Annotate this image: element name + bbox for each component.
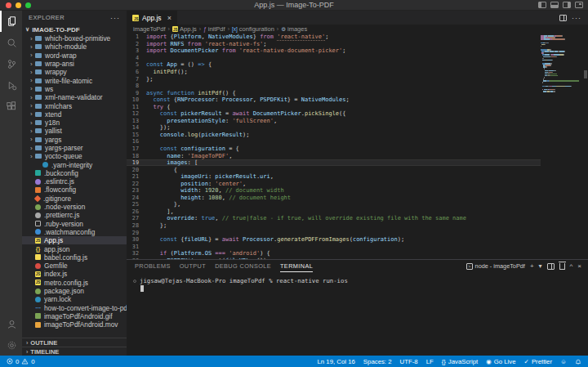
new-terminal-icon[interactable]: + — [530, 262, 534, 270]
tree-item[interactable]: ›write-file-atomic — [22, 76, 127, 84]
run-debug-icon[interactable] — [0, 74, 22, 96]
line-number: 30 — [127, 236, 146, 243]
kill-terminal-icon[interactable] — [559, 263, 565, 270]
notifications-bell-icon[interactable] — [575, 358, 581, 365]
tree-item[interactable]: ›y18n — [22, 119, 127, 127]
editor-scrollbar[interactable] — [583, 34, 588, 259]
tree-item[interactable]: JSmetro.config.js — [22, 279, 127, 287]
panel-tab-terminal[interactable]: TERMINAL — [280, 260, 313, 272]
line-number: 31 — [127, 244, 146, 250]
terminal-selector[interactable]: > node - imageToPdf — [466, 262, 525, 270]
tree-item[interactable]: .watchmanconfig — [22, 228, 127, 236]
status-item-ln-19-col-16[interactable]: Ln 19, Col 16 — [317, 358, 354, 365]
tree-item[interactable]: .ruby-version — [22, 220, 127, 228]
zoom-window-icon[interactable] — [25, 2, 31, 8]
folder-icon — [35, 78, 42, 83]
tree-item[interactable]: {}app.json — [22, 244, 127, 253]
tree-item[interactable]: imageToPdfAndroid.mov — [22, 320, 127, 329]
maximize-panel-icon[interactable]: ^ — [570, 262, 573, 270]
tree-item[interactable]: yarn.lock — [22, 295, 127, 303]
panel-tab-debug-console[interactable]: DEBUG CONSOLE — [215, 260, 271, 272]
panel-tab-output[interactable]: OUTPUT — [180, 260, 206, 272]
breadcrumb-item[interactable]: JSApp.js — [172, 25, 197, 33]
close-tab-icon[interactable]: × — [167, 14, 172, 22]
tree-item[interactable]: ›word-wrap — [22, 51, 127, 60]
tree-item[interactable]: JSindex.js — [22, 270, 127, 278]
code-token — [146, 153, 167, 159]
tree-item[interactable]: imageToPdfAndroid.gif — [22, 312, 127, 320]
tree-item[interactable]: .buckconfig — [22, 169, 127, 177]
tree-item[interactable]: ›yargs — [22, 136, 127, 144]
code-token: const — [160, 110, 180, 117]
tree-item[interactable]: ›xtend — [22, 110, 127, 119]
search-icon[interactable] — [0, 32, 22, 53]
line-number: 2 — [127, 41, 146, 47]
tree-item[interactable]: .flowconfig — [22, 186, 127, 194]
source-control-icon[interactable] — [0, 53, 22, 74]
code-token: , — [222, 195, 229, 201]
toggle-secondary-sidebar-icon[interactable] — [563, 2, 571, 8]
code-editor[interactable]: 1import {Platform, NativeModules} from '… — [127, 34, 588, 259]
terminal[interactable]: jigsaw@Tejas-MacBook-Pro imageToPdf % re… — [127, 272, 588, 356]
status-item-prettier[interactable]: ✓Prettier — [524, 358, 552, 365]
tree-item[interactable]: .prettierrc.js — [22, 211, 127, 219]
tab-app-js[interactable]: JS App.js × — [127, 11, 177, 25]
problems-indicator[interactable]: 0 0 — [7, 358, 35, 365]
panel-tab-problems[interactable]: PROBLEMS — [135, 260, 171, 272]
tree-item[interactable]: .node-version — [22, 203, 127, 211]
minimap-token — [556, 56, 557, 58]
sidebar-section-outline[interactable]: ›OUTLINE — [22, 338, 127, 347]
account-icon[interactable] — [0, 313, 22, 334]
tree-item[interactable]: ›yallist — [22, 127, 127, 135]
breadcrumb-item[interactable]: ⚙images — [281, 25, 307, 33]
tree-item[interactable]: ›yocto-queue — [22, 152, 127, 160]
editor-more-actions-icon[interactable]: ··· — [572, 14, 581, 22]
sidebar-section-timeline[interactable]: ›TIMELINE — [22, 347, 127, 356]
minimap[interactable] — [541, 34, 583, 259]
status-item-spaces-2[interactable]: Spaces: 2 — [363, 358, 392, 365]
tree-item-label: imageToPdfAndroid.gif — [44, 312, 112, 320]
close-panel-icon[interactable]: × — [577, 262, 581, 270]
status-item-javascript[interactable]: {}JavaScript — [442, 358, 478, 365]
terminal-dropdown-icon[interactable]: ▾ — [539, 262, 542, 270]
breadcrumb-item[interactable]: imageToPdf — [133, 25, 166, 33]
tree-item[interactable]: ›ws — [22, 85, 127, 93]
status-item-lf[interactable]: LF — [426, 358, 434, 365]
breadcrumb-item[interactable]: [x]configuration — [232, 25, 274, 33]
customize-layout-icon[interactable] — [575, 2, 583, 8]
tree-item[interactable]: ›wrap-ansi — [22, 60, 127, 68]
tree-item-label: write-file-atomic — [45, 77, 92, 85]
explorer-more-actions-icon[interactable]: ··· — [110, 14, 120, 22]
tree-item[interactable]: .eslintrc.js — [22, 177, 127, 186]
explorer-icon[interactable] — [0, 11, 22, 32]
code-token: // document width — [225, 187, 284, 194]
split-editor-icon[interactable] — [559, 15, 567, 21]
tree-item[interactable]: package.json — [22, 287, 127, 295]
tree-item[interactable]: JSApp.js — [22, 236, 127, 244]
tree-item[interactable]: ›xmlchars — [22, 101, 127, 110]
tree-item[interactable]: ›which-boxed-primitive — [22, 34, 127, 43]
toggle-sidebar-icon[interactable] — [538, 2, 546, 8]
tree-item[interactable]: .gitignore — [22, 195, 127, 203]
tree-item[interactable]: ›yargs-parser — [22, 144, 127, 152]
extensions-icon[interactable] — [0, 96, 22, 117]
status-item-utf-8[interactable]: UTF-8 — [400, 358, 418, 365]
code-token: presentationStyle — [167, 118, 225, 124]
minimize-window-icon[interactable] — [16, 2, 21, 8]
tree-item[interactable]: .yarn-integrity — [22, 160, 127, 168]
tree-item[interactable]: ›xml-name-validator — [22, 93, 127, 101]
tree-item[interactable]: babel.config.js — [22, 253, 127, 262]
tree-item[interactable]: ›wrappy — [22, 68, 127, 76]
tree-item[interactable]: ⋯how-to-convert-image-to-pdf-rea… — [22, 304, 127, 312]
status-item-go-live[interactable]: ◉Go Live — [486, 358, 515, 365]
close-window-icon[interactable] — [6, 2, 11, 8]
tree-item[interactable]: ›which-module — [22, 43, 127, 51]
split-terminal-icon[interactable] — [547, 263, 555, 270]
breadcrumb-item[interactable]: ƒinitPdf — [203, 25, 225, 33]
toggle-panel-icon[interactable] — [550, 2, 559, 8]
settings-icon[interactable] — [0, 334, 22, 356]
workspace-folder-header[interactable]: ∨ IMAGE-TO-PDF — [22, 25, 127, 34]
tree-item[interactable]: Gemfile — [22, 262, 127, 270]
property-symbol-icon: ⚙ — [281, 26, 286, 33]
feedback-icon[interactable]: ☺ — [560, 358, 567, 365]
